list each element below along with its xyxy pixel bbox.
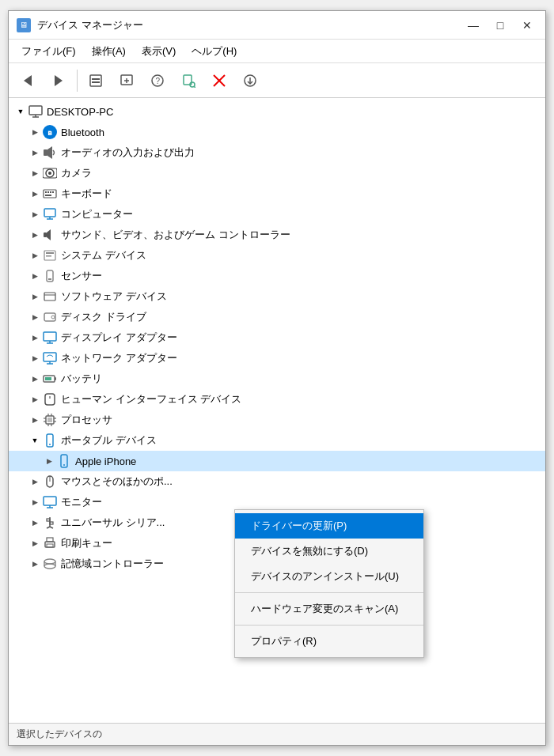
expand-arrow-root: ▼: [13, 104, 28, 119]
svg-rect-76: [47, 519, 50, 521]
tree-item-mouse[interactable]: ▶ マウスとそのほかのポ...: [9, 471, 545, 492]
camera-label: カメラ: [61, 166, 92, 180]
scan-button[interactable]: [174, 68, 203, 93]
svg-rect-20: [44, 149, 47, 156]
help-button[interactable]: ?: [143, 68, 172, 93]
svg-rect-37: [46, 252, 54, 254]
expand-arrow-keyboard: ▶: [28, 187, 42, 201]
battery-icon: [42, 371, 58, 387]
usb-label: ユニバーサル シリア...: [61, 516, 165, 530]
forward-button[interactable]: [44, 68, 73, 93]
delete-button[interactable]: [205, 68, 233, 93]
ctx-scan-hardware[interactable]: ハードウェア変更のスキャン(A): [235, 596, 423, 622]
menu-action[interactable]: 操作(A): [85, 42, 132, 61]
tree-item-keyboard[interactable]: ▶ キーボード: [9, 183, 545, 204]
iphone-icon: [56, 453, 72, 469]
window-controls: — □ ✕: [463, 17, 537, 33]
menu-file[interactable]: ファイル(F): [15, 42, 82, 61]
device-manager-window: 🖥 デバイス マネージャー — □ ✕ ファイル(F) 操作(A) 表示(V) …: [8, 10, 546, 746]
maximize-button[interactable]: □: [490, 17, 510, 33]
audio-icon: [42, 145, 58, 161]
expand-arrow-sound: ▶: [28, 228, 42, 242]
usb-icon: [42, 515, 58, 531]
svg-rect-2: [90, 75, 101, 86]
svg-rect-30: [45, 195, 51, 196]
svg-rect-41: [44, 293, 55, 301]
printer-icon: [42, 535, 58, 551]
menu-help[interactable]: ヘルプ(H): [185, 42, 243, 61]
expand-arrow-portable: ▼: [28, 433, 42, 448]
ctx-update-driver[interactable]: ドライバーの更新(P): [235, 513, 423, 539]
bluetooth-label: Bluetooth: [61, 127, 104, 138]
expand-arrow-disk: ▶: [28, 310, 42, 324]
update-driver-icon: [120, 74, 134, 88]
audio-label: オーディオの入力および出力: [61, 146, 195, 160]
svg-rect-77: [50, 522, 53, 524]
properties-icon: [89, 74, 103, 88]
expand-arrow-iphone: ▶: [42, 454, 56, 468]
printer-label: 印刷キュー: [61, 536, 112, 550]
tree-item-battery[interactable]: ▶ バッテリ: [9, 369, 545, 389]
toolbar-sep-1: [77, 70, 78, 92]
tree-item-network[interactable]: ▶ ネットワーク アダプター: [9, 348, 545, 369]
expand-arrow-software: ▶: [28, 289, 42, 304]
toolbar: ?: [9, 63, 545, 98]
processor-icon: [42, 412, 58, 428]
tree-item-sound[interactable]: ▶ サウンド、ビデオ、およびゲーム コントローラー: [9, 225, 545, 245]
tree-item-processor[interactable]: ▶ プロセッサ: [9, 410, 545, 430]
display-label: ディスプレイ アダプター: [61, 331, 177, 345]
help-icon: ?: [150, 74, 165, 88]
camera-icon: [42, 165, 58, 181]
tree-item-disk[interactable]: ▶ ディスク ドライブ: [9, 307, 545, 327]
svg-rect-48: [44, 353, 56, 361]
download-button[interactable]: [236, 68, 264, 93]
back-button[interactable]: [13, 68, 42, 93]
expand-arrow-audio: ▶: [28, 146, 42, 160]
tree-item-sensor[interactable]: ▶ センサー: [9, 266, 545, 286]
svg-rect-26: [45, 191, 47, 193]
tree-item-hid[interactable]: ▶ ヒューマン インターフェイス デバイス: [9, 389, 545, 410]
tree-item-display[interactable]: ▶ ディスプレイ アダプター: [9, 327, 545, 348]
tree-item-bluetooth[interactable]: ▶ ʙ Bluetooth: [9, 122, 545, 142]
tree-item-software[interactable]: ▶ ソフトウェア デバイス: [9, 286, 545, 307]
ctx-properties[interactable]: プロパティ(R): [235, 629, 423, 654]
computer-icon: [42, 206, 58, 222]
svg-marker-1: [55, 75, 63, 86]
tree-root-item[interactable]: ▼ DESKTOP-PC: [9, 101, 545, 122]
properties-button[interactable]: [82, 68, 110, 93]
svg-line-79: [50, 527, 53, 528]
tree-item-portable[interactable]: ▼ ポータブル デバイス: [9, 430, 545, 451]
processor-label: プロセッサ: [61, 413, 112, 427]
svg-line-78: [47, 527, 50, 528]
svg-rect-25: [44, 190, 56, 198]
keyboard-label: キーボード: [61, 187, 112, 201]
sound-icon: [42, 227, 58, 243]
tree-item-iphone[interactable]: ▶ Apple iPhone: [9, 451, 545, 471]
tree-item-system[interactable]: ▶ システム デバイス: [9, 245, 545, 266]
ctx-uninstall-device[interactable]: デバイスのアンインストール(U): [235, 564, 423, 589]
close-button[interactable]: ✕: [517, 17, 537, 33]
app-icon: 🖥: [17, 18, 31, 32]
network-label: ネットワーク アダプター: [61, 351, 177, 365]
tree-item-camera[interactable]: ▶ カメラ: [9, 163, 545, 183]
network-icon: [42, 350, 58, 366]
expand-arrow-system: ▶: [28, 248, 42, 263]
tree-item-computer[interactable]: ▶ コンピューター: [9, 204, 545, 225]
status-text: 選択したデバイスの: [17, 728, 102, 741]
mouse-icon: [42, 474, 58, 490]
svg-rect-38: [46, 255, 51, 257]
minimize-button[interactable]: —: [463, 17, 484, 33]
svg-line-12: [194, 86, 195, 88]
menu-view[interactable]: 表示(V): [135, 42, 182, 61]
menu-bar: ファイル(F) 操作(A) 表示(V) ヘルプ(H): [9, 40, 545, 63]
svg-rect-43: [44, 313, 55, 321]
expand-arrow-printer: ▶: [28, 536, 42, 550]
tree-item-audio[interactable]: ▶ オーディオの入力および出力: [9, 142, 545, 163]
main-content: ▼ DESKTOP-PC ▶ ʙ Bluetooth ▶ オ: [9, 98, 545, 723]
svg-rect-34: [44, 232, 47, 237]
scan-icon: [181, 74, 195, 88]
svg-rect-52: [55, 377, 56, 380]
update-driver-button[interactable]: [112, 68, 141, 93]
svg-rect-40: [48, 278, 51, 280]
ctx-disable-device[interactable]: デバイスを無効にする(D): [235, 539, 423, 564]
